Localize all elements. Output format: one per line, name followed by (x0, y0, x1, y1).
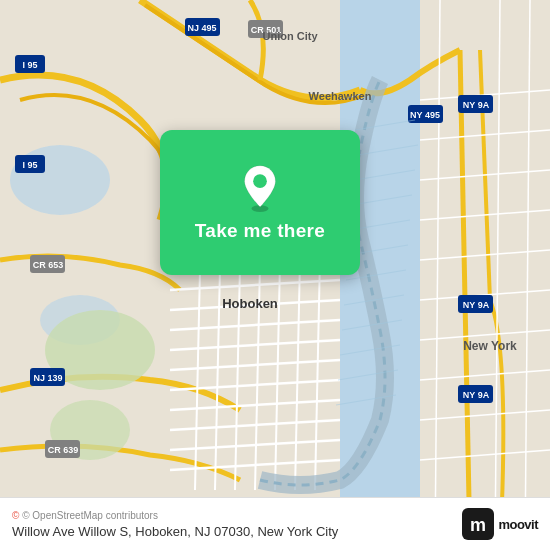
svg-text:I 95: I 95 (22, 60, 37, 70)
moovit-brand-text: moovit (498, 517, 538, 532)
svg-point-77 (253, 174, 267, 188)
svg-text:NJ 495: NJ 495 (187, 23, 216, 33)
svg-text:NY 9A: NY 9A (463, 300, 490, 310)
take-me-there-label: Take me there (195, 220, 325, 242)
map-background: I 95 NJ 495 CR 501 CR 653 NJ 139 CR 639 … (0, 0, 550, 550)
svg-text:NY 495: NY 495 (410, 110, 440, 120)
moovit-logo: m moovit (462, 508, 538, 540)
bottom-left-section: © © OpenStreetMap contributors Willow Av… (12, 510, 462, 539)
svg-text:m: m (470, 515, 486, 535)
svg-text:I 95: I 95 (22, 160, 37, 170)
svg-text:CR 639: CR 639 (48, 445, 79, 455)
svg-text:Weehawken: Weehawken (309, 90, 372, 102)
svg-text:CR 653: CR 653 (33, 260, 64, 270)
svg-text:Union City: Union City (263, 30, 319, 42)
take-me-there-button[interactable]: Take me there (160, 130, 360, 275)
location-pin-icon (236, 164, 284, 212)
svg-text:NY 9A: NY 9A (463, 100, 490, 110)
moovit-icon: m (462, 508, 494, 540)
svg-text:NY 9A: NY 9A (463, 390, 490, 400)
svg-text:NJ 139: NJ 139 (33, 373, 62, 383)
address-text: Willow Ave Willow S, Hoboken, NJ 07030, … (12, 524, 462, 539)
svg-marker-1 (0, 0, 350, 550)
bottom-bar: © © OpenStreetMap contributors Willow Av… (0, 497, 550, 550)
svg-text:Hoboken: Hoboken (222, 296, 278, 311)
osm-credit-text: © OpenStreetMap contributors (22, 510, 158, 521)
svg-text:New York: New York (463, 339, 517, 353)
osm-credit: © © OpenStreetMap contributors (12, 510, 462, 521)
map-container: I 95 NJ 495 CR 501 CR 653 NJ 139 CR 639 … (0, 0, 550, 550)
